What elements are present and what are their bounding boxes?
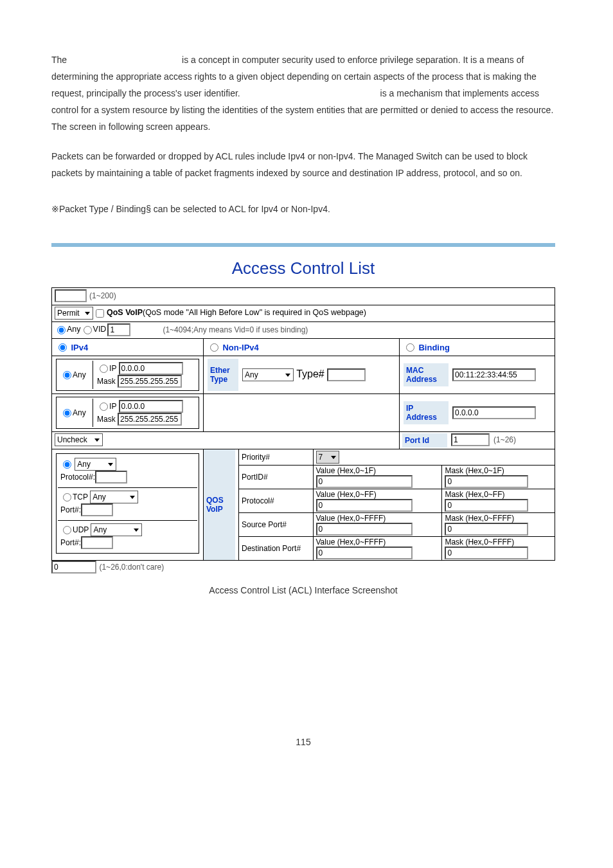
- binding-radio[interactable]: [406, 343, 414, 352]
- group-id-input[interactable]: [55, 289, 87, 302]
- proto-mask-input[interactable]: [445, 499, 528, 512]
- dstport-mask-input[interactable]: [445, 547, 528, 559]
- ipv4-label: IPv4: [71, 343, 88, 352]
- vid-desc: (1~4094;Any means Vid=0 if uses binding): [130, 323, 308, 337]
- proto-any-radio[interactable]: [63, 460, 71, 469]
- figure-caption: Access Control List (ACL) Interface Scre…: [51, 585, 555, 595]
- proto-value-input[interactable]: [316, 499, 413, 512]
- bottom-input[interactable]: [51, 561, 96, 574]
- panel-title: Access Control List: [51, 247, 555, 287]
- ethertype-input[interactable]: [327, 368, 366, 381]
- src-ip-any-radio[interactable]: [63, 371, 71, 379]
- ipv4-radio[interactable]: [58, 343, 67, 352]
- portid-range: (1~26): [490, 433, 516, 448]
- qos-voip-label: QoS VoIP: [107, 307, 143, 320]
- src-ip-input[interactable]: [119, 362, 183, 375]
- dst-ip-input[interactable]: [119, 400, 183, 413]
- mac-input[interactable]: [452, 368, 536, 381]
- nonipv4-label: Non-IPv4: [222, 343, 258, 352]
- vid-any-radio[interactable]: [57, 323, 66, 337]
- page-number: 115: [51, 737, 555, 747]
- ipaddr-label: IP Address: [404, 401, 449, 424]
- action-select[interactable]: Permit: [55, 307, 93, 320]
- dstport-value-input[interactable]: [316, 547, 413, 559]
- dst-mask-input[interactable]: [118, 413, 182, 426]
- ipaddr-input[interactable]: [452, 406, 536, 419]
- tcp-port-input[interactable]: [81, 503, 113, 516]
- intro-paragraph-2: Packets can be forwarded or dropped by A…: [51, 148, 555, 181]
- uncheck-select[interactable]: Uncheck: [55, 433, 103, 446]
- ethertype-col-label: Ether Type: [208, 359, 238, 391]
- proto-hash-input[interactable]: [95, 471, 127, 484]
- srcport-mask-input[interactable]: [445, 523, 528, 536]
- dst-ip-any-radio[interactable]: [63, 409, 71, 417]
- src-ip-radio[interactable]: [100, 365, 108, 373]
- udp-port-input[interactable]: [81, 536, 113, 549]
- portid-value-input[interactable]: [316, 475, 413, 488]
- src-mask-input[interactable]: [118, 375, 182, 388]
- priority-select[interactable]: 7: [316, 451, 339, 464]
- intro-paragraph-1: The is a concept in computer security us…: [51, 51, 555, 135]
- tcp-select[interactable]: Any: [90, 491, 138, 503]
- vid-input[interactable]: [107, 323, 130, 336]
- srcport-value-input[interactable]: [316, 523, 413, 536]
- dstport-label: Destination Port#: [239, 537, 313, 561]
- ethertype-select[interactable]: Any: [242, 368, 294, 381]
- proto-tcp-radio[interactable]: [63, 493, 71, 502]
- priority-label: Priority#: [239, 449, 313, 466]
- binding-label: Binding: [418, 343, 449, 352]
- proto-udp-radio[interactable]: [63, 526, 71, 534]
- mac-label: MAC Address: [404, 363, 449, 386]
- portid-mask-input[interactable]: [445, 475, 528, 488]
- proto2-label: Protocol#: [239, 489, 313, 513]
- group-range-label: (1~200): [87, 289, 116, 303]
- qosvoip-col-label: QOS VoIP: [203, 449, 235, 560]
- portid2-label: PortID#: [239, 466, 313, 489]
- portid-label: Port Id: [402, 433, 447, 448]
- dst-ip-radio[interactable]: [100, 402, 108, 411]
- proto-any-select[interactable]: Any: [75, 458, 116, 471]
- intro-paragraph-3: ※Packet Type / Binding§ can be selected …: [51, 201, 555, 217]
- vid-radio[interactable]: [84, 323, 92, 337]
- bottom-range: (1~26,0:don't care): [99, 563, 164, 572]
- srcport-label: Source Port#: [239, 513, 313, 537]
- portid-input[interactable]: [451, 433, 490, 446]
- nonipv4-radio[interactable]: [210, 343, 218, 352]
- qos-voip-checkbox[interactable]: [96, 307, 104, 320]
- qos-voip-desc: (QoS mode "All High Before Low" is requi…: [143, 307, 366, 320]
- udp-select[interactable]: Any: [91, 523, 142, 536]
